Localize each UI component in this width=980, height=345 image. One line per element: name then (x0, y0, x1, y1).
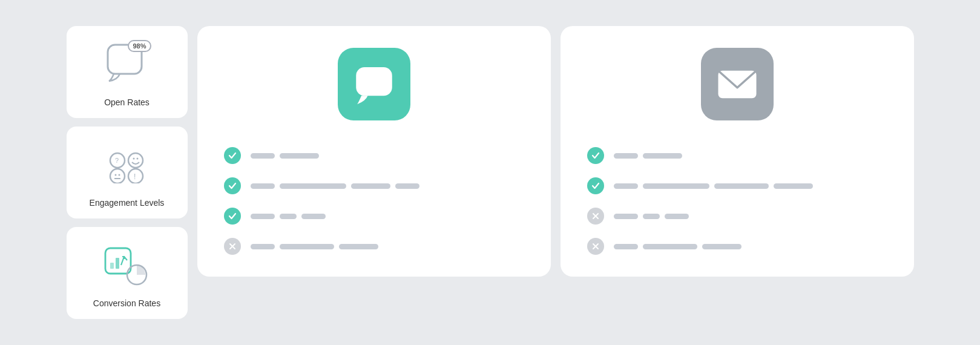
text-line (614, 214, 887, 219)
conversion-rates-label: Conversion Rates (93, 298, 160, 308)
engagement-icon-area: ? ! (97, 137, 157, 192)
conversion-icon (104, 245, 150, 286)
check-icon (224, 177, 241, 194)
svg-point-4 (133, 158, 134, 160)
svg-point-6 (110, 169, 125, 183)
check-icon (587, 147, 604, 164)
open-rates-icon-area: 98% (97, 37, 157, 91)
text-line (251, 214, 524, 219)
email-content-card (561, 26, 914, 277)
text-line (614, 244, 887, 249)
svg-point-9 (118, 174, 120, 176)
open-rates-label: Open Rates (104, 97, 150, 107)
svg-text:!: ! (134, 172, 136, 181)
feature-item (224, 177, 524, 194)
text-line (614, 183, 887, 189)
check-icon (224, 147, 241, 164)
cross-icon (587, 238, 604, 255)
envelope-icon-large (716, 65, 758, 104)
open-rate-badge: 98% (128, 40, 151, 52)
svg-text:?: ? (115, 157, 119, 164)
svg-point-5 (136, 158, 138, 160)
feature-item (587, 208, 887, 225)
check-icon (587, 177, 604, 194)
svg-rect-16 (356, 67, 392, 96)
svg-rect-14 (116, 258, 119, 269)
svg-point-3 (128, 153, 143, 168)
conversion-icon-area (97, 238, 157, 292)
chat-bubble-icon-large (353, 63, 395, 105)
sms-feature-list (224, 147, 524, 255)
feature-item (587, 238, 887, 255)
sidebar: 98% Open Rates ? (67, 26, 188, 319)
feature-item (587, 147, 887, 164)
sidebar-card-engagement[interactable]: ? ! Engagement Levels (67, 126, 188, 218)
text-line (251, 153, 524, 159)
email-feature-list (587, 147, 887, 255)
svg-point-8 (114, 174, 116, 176)
feature-item (224, 238, 524, 255)
text-line (251, 244, 524, 249)
feature-item (587, 177, 887, 194)
email-icon-container (701, 48, 774, 120)
svg-rect-13 (110, 263, 114, 269)
sidebar-card-conversion[interactable]: Conversion Rates (67, 227, 188, 319)
sms-content-card (197, 26, 551, 277)
page-container: 98% Open Rates ? (67, 26, 914, 319)
feature-item (224, 147, 524, 164)
text-line (251, 183, 524, 189)
sidebar-card-open-rates[interactable]: 98% Open Rates (67, 26, 188, 118)
feature-item (224, 208, 524, 225)
main-content (197, 26, 914, 277)
cross-icon (224, 238, 241, 255)
engagement-icon: ? ! (105, 146, 149, 183)
text-line (614, 153, 887, 159)
engagement-label: Engagement Levels (90, 198, 165, 208)
check-icon (224, 208, 241, 225)
cross-icon (587, 208, 604, 225)
chat-icon-container (338, 48, 410, 120)
